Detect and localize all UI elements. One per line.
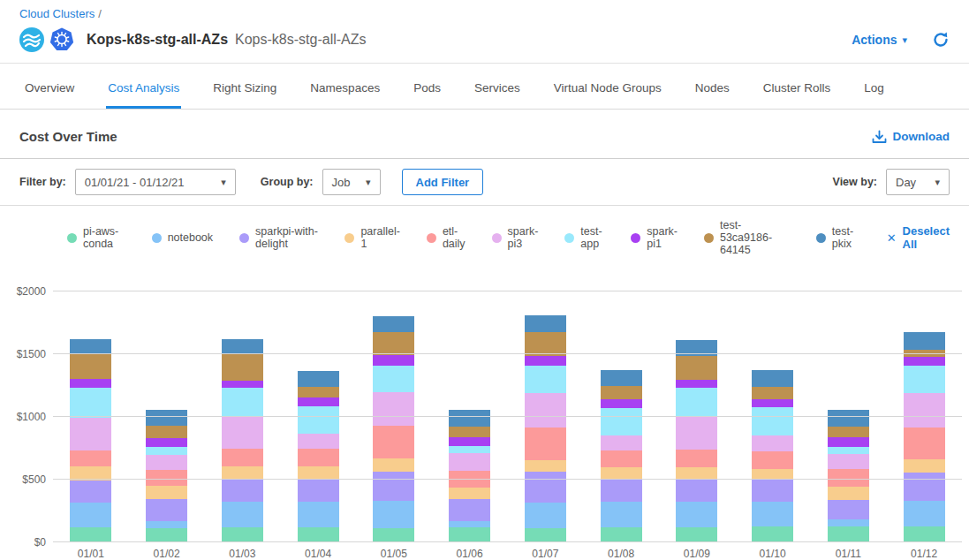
bar-segment-etl-daily[interactable] [373, 426, 414, 458]
tab-pods[interactable]: Pods [412, 64, 443, 109]
bar-segment-test-app[interactable] [373, 366, 414, 392]
bar-segment-etl-daily[interactable] [601, 450, 642, 467]
bar-segment-sparkpi-with-delight[interactable] [146, 499, 187, 522]
bar-segment-pi-aws-conda[interactable] [146, 528, 187, 542]
bar-segment-spark-pi3[interactable] [373, 392, 414, 426]
bar-segment-sparkpi-with-delight[interactable] [449, 499, 490, 520]
bar-segment-sparkpi-with-delight[interactable] [676, 480, 717, 501]
bar-segment-test-pkix[interactable] [601, 370, 642, 386]
tab-right-sizing[interactable]: Right Sizing [211, 64, 278, 109]
bar-segment-notebook[interactable] [601, 502, 642, 527]
view-by-select[interactable]: Day ▾ [886, 169, 950, 195]
bar-segment-test-53ca9186-64145[interactable] [70, 354, 111, 380]
bar-segment-test-app[interactable] [601, 408, 642, 435]
bar-01/03[interactable] [222, 339, 263, 542]
bar-segment-sparkpi-with-delight[interactable] [525, 472, 566, 503]
bar-segment-test-53ca9186-64145[interactable] [222, 354, 263, 381]
bar-segment-pi-aws-conda[interactable] [601, 527, 642, 542]
bar-segment-spark-pi1[interactable] [525, 356, 566, 366]
legend-item-spark-pi3[interactable]: spark-pi3 [492, 225, 539, 250]
bar-01/11[interactable] [828, 410, 869, 542]
bar-segment-etl-daily[interactable] [222, 449, 263, 466]
actions-button[interactable]: Actions ▾ [852, 33, 907, 47]
bar-segment-test-53ca9186-64145[interactable] [449, 427, 490, 437]
date-range-select[interactable]: 01/01/21 - 01/12/21 ▾ [75, 169, 236, 195]
bar-01/05[interactable] [373, 316, 414, 542]
tab-cost-analysis[interactable]: Cost Analysis [106, 64, 181, 109]
bar-segment-pi-aws-conda[interactable] [525, 528, 566, 542]
bar-segment-test-53ca9186-64145[interactable] [373, 332, 414, 355]
bar-segment-notebook[interactable] [828, 519, 869, 526]
bar-segment-test-pkix[interactable] [752, 370, 793, 387]
legend-item-notebook[interactable]: notebook [152, 231, 213, 244]
bar-segment-notebook[interactable] [904, 501, 945, 526]
bar-segment-test-53ca9186-64145[interactable] [525, 332, 566, 356]
bar-segment-notebook[interactable] [449, 521, 490, 527]
bar-segment-test-app[interactable] [146, 447, 187, 455]
bar-segment-notebook[interactable] [752, 502, 793, 526]
bar-segment-parallel-1[interactable] [525, 460, 566, 471]
bar-segment-test-pkix[interactable] [828, 410, 869, 427]
bar-segment-test-app[interactable] [752, 407, 793, 435]
tab-virtual-node-groups[interactable]: Virtual Node Groups [552, 64, 663, 109]
bar-segment-parallel-1[interactable] [222, 466, 263, 481]
refresh-icon[interactable] [932, 31, 950, 49]
breadcrumb-link-cloud-clusters[interactable]: Cloud Clusters [19, 7, 95, 20]
download-button[interactable]: Download [872, 130, 950, 144]
bar-01/10[interactable] [752, 370, 793, 542]
bar-segment-spark-pi3[interactable] [601, 435, 642, 450]
bar-segment-test-pkix[interactable] [449, 410, 490, 427]
bar-segment-spark-pi3[interactable] [70, 418, 111, 450]
bar-segment-spark-pi3[interactable] [828, 454, 869, 469]
bar-segment-etl-daily[interactable] [298, 449, 339, 466]
bar-segment-test-pkix[interactable] [373, 316, 414, 332]
bar-segment-sparkpi-with-delight[interactable] [70, 481, 111, 503]
bar-segment-sparkpi-with-delight[interactable] [222, 480, 263, 502]
bar-01/01[interactable] [70, 339, 111, 542]
legend-item-test-53ca9186-64145[interactable]: test-53ca9186-64145 [704, 219, 790, 256]
bar-segment-pi-aws-conda[interactable] [676, 527, 717, 542]
tab-cluster-rolls[interactable]: Cluster Rolls [761, 64, 833, 109]
bar-segment-etl-daily[interactable] [828, 469, 869, 487]
bar-segment-notebook[interactable] [676, 502, 717, 527]
legend-item-parallel-1[interactable]: parallel-1 [344, 225, 399, 250]
bar-segment-test-app[interactable] [828, 447, 869, 453]
bar-segment-test-app[interactable] [904, 366, 945, 393]
bar-segment-test-53ca9186-64145[interactable] [298, 387, 339, 398]
bar-segment-pi-aws-conda[interactable] [298, 527, 339, 543]
bar-segment-notebook[interactable] [146, 521, 187, 527]
bar-segment-test-53ca9186-64145[interactable] [752, 387, 793, 399]
bar-segment-test-app[interactable] [676, 388, 717, 416]
bar-segment-pi-aws-conda[interactable] [70, 527, 111, 542]
bar-segment-etl-daily[interactable] [146, 470, 187, 487]
bar-segment-notebook[interactable] [298, 502, 339, 527]
add-filter-button[interactable]: Add Filter [402, 169, 484, 195]
bar-segment-sparkpi-with-delight[interactable] [828, 500, 869, 519]
bar-segment-test-53ca9186-64145[interactable] [601, 386, 642, 398]
bar-segment-sparkpi-with-delight[interactable] [752, 480, 793, 501]
bar-segment-spark-pi3[interactable] [525, 393, 566, 428]
bar-segment-test-app[interactable] [449, 446, 490, 453]
bar-segment-spark-pi1[interactable] [752, 399, 793, 407]
bar-segment-spark-pi1[interactable] [222, 381, 263, 388]
bar-segment-spark-pi1[interactable] [601, 399, 642, 408]
bar-segment-parallel-1[interactable] [828, 487, 869, 500]
bar-segment-parallel-1[interactable] [373, 458, 414, 472]
bar-segment-spark-pi1[interactable] [146, 438, 187, 448]
bar-segment-test-pkix[interactable] [525, 315, 566, 332]
legend-item-sparkpi-with-delight[interactable]: sparkpi-with-delight [239, 225, 318, 250]
bar-segment-spark-pi1[interactable] [828, 437, 869, 448]
bar-segment-test-app[interactable] [298, 406, 339, 435]
tab-overview[interactable]: Overview [23, 64, 76, 109]
bar-segment-spark-pi1[interactable] [70, 379, 111, 388]
bar-segment-test-pkix[interactable] [904, 332, 945, 349]
bar-segment-spark-pi1[interactable] [449, 437, 490, 446]
bar-segment-pi-aws-conda[interactable] [828, 526, 869, 542]
bar-segment-spark-pi1[interactable] [904, 357, 945, 366]
bar-segment-test-53ca9186-64145[interactable] [676, 356, 717, 380]
bar-segment-notebook[interactable] [525, 503, 566, 529]
bar-segment-spark-pi3[interactable] [752, 435, 793, 451]
bar-segment-etl-daily[interactable] [70, 450, 111, 467]
bar-segment-parallel-1[interactable] [904, 459, 945, 473]
bar-segment-notebook[interactable] [222, 502, 263, 527]
